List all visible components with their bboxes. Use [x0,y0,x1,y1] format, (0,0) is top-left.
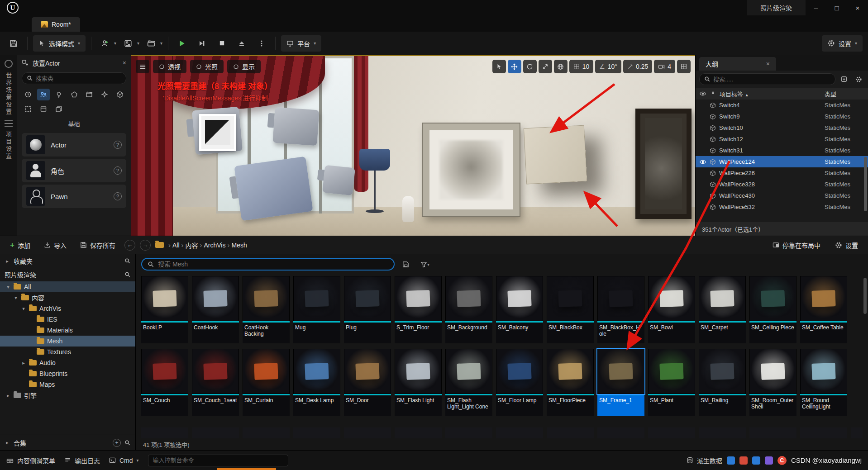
asset-tile[interactable]: SM_Bowl [648,276,695,343]
outliner-row[interactable]: Switch31 StaticMes [696,145,868,156]
save-search-icon[interactable] [399,258,412,271]
scale-snap-control[interactable]: 0.25 [623,60,652,73]
search-icon[interactable] [124,440,131,446]
outliner-row[interactable]: Switch9 StaticMes [696,111,868,122]
asset-tile[interactable]: Mug [293,276,340,343]
folder-tree-item[interactable]: IES [0,314,135,325]
pin-icon[interactable] [710,91,716,97]
breadcrumb-item[interactable]: › 内容 [181,241,198,250]
folder-tree-item[interactable]: ▾ 内容 [0,292,135,303]
dock-in-layout-button[interactable]: 停靠在布局中 [768,238,825,252]
eject-button[interactable] [234,35,250,52]
outliner-row[interactable]: Switch10 StaticMes [696,122,868,133]
outliner-row[interactable]: Switch12 StaticMes [696,133,868,145]
folder-tree-item[interactable]: Mesh [0,336,135,347]
save-button[interactable] [5,35,22,52]
help-icon[interactable]: ? [114,166,122,175]
menu-item[interactable] [101,0,114,15]
rotation-snap-control[interactable]: ∠ 10° [595,60,621,73]
level-tab[interactable]: Room* [32,17,80,32]
asset-tile[interactable]: BookLP [141,276,188,343]
expand-arrow-icon[interactable]: ▸ [21,360,26,366]
close-icon[interactable]: × [123,59,126,66]
asset-tile[interactable]: SM_Frame_1 [597,349,644,416]
rotate-tool-icon[interactable] [523,60,537,73]
asset-tile[interactable]: S_Trim_Floor [395,276,442,343]
outliner-row[interactable]: WallPiece226 StaticMes [696,167,868,179]
folder-tree-item[interactable]: Blueprints [0,368,135,379]
tab-outliner[interactable]: 大纲 × [699,57,776,71]
basic-category-icon[interactable] [37,89,50,100]
minimize-button[interactable]: – [806,0,826,15]
search-icon[interactable] [124,271,131,278]
menu-item[interactable] [63,0,76,15]
folder-tree-item[interactable]: ▸ 引擎 [0,390,135,401]
shapes-category-icon[interactable] [68,89,81,100]
status-tray-icon[interactable] [752,456,760,465]
asset-tile[interactable]: SM_Plant [648,349,695,416]
folder-tree-item[interactable]: ▸ Audio [0,357,135,368]
place-search[interactable] [22,72,126,84]
recent-category-icon[interactable] [22,89,34,100]
help-icon[interactable]: ? [114,141,122,149]
folder-tree-item[interactable]: ▾ ArchVis [0,303,135,314]
collections-section[interactable]: ▸ 合集 + [0,435,135,450]
asset-tile[interactable]: CoatHook Backing [243,276,290,343]
cinematic-category-icon[interactable] [83,89,95,100]
frame-skip-button[interactable] [194,35,210,52]
breadcrumb-item[interactable]: › ArchVis [200,241,226,249]
asset-tile[interactable]: SM_BlackBox [547,276,594,343]
cinematics-button[interactable] [143,35,159,52]
sources-section[interactable]: 照片级渲染 [0,268,135,281]
placeable-actor-item[interactable]: 角色 ? [22,159,126,182]
asset-tile[interactable]: SM_Background [445,276,492,343]
viewport-layout-icon[interactable] [677,60,691,73]
favorites-section[interactable]: ▸ 收藏夹 [0,254,135,268]
asset-tile[interactable]: SM_FloorPiece [547,349,594,416]
secondary-window-title[interactable]: 照片级渲染 [747,0,806,15]
viewport-mode-button[interactable]: 显示 [227,60,261,73]
viewport-mode-button[interactable]: 透视 [153,60,186,73]
asset-tile[interactable]: SM_Coffee Table [800,276,847,343]
search-icon[interactable] [124,258,131,264]
asset-search[interactable] [141,258,395,271]
visual-effects-category-icon[interactable] [98,89,111,100]
tab-world-settings[interactable]: 世界场景设置 [4,72,13,116]
breadcrumb-item[interactable]: › Mesh [227,241,247,249]
outliner-row[interactable]: WallPiece430 StaticMes [696,190,868,201]
cmd-dropdown[interactable]: Cmd ▾ [109,457,139,464]
blueprints-chevron[interactable]: ▾ [137,41,139,46]
breadcrumb-item[interactable]: › All [168,241,180,249]
asset-tile[interactable]: SM_BlackBox_Hole [597,276,644,343]
move-tool-icon[interactable] [508,60,521,73]
menu-item[interactable] [25,0,38,15]
tab-project-settings[interactable]: 项目设置 [4,131,13,160]
maximize-button[interactable]: □ [826,0,847,15]
geometry-category-icon[interactable] [114,89,126,100]
asset-tile[interactable]: SM_Railing [699,349,746,416]
column-item-label[interactable]: 项目标签 ▲ [720,90,749,98]
outliner-row[interactable]: Switch4 StaticMes [696,100,868,111]
visibility-eye-icon[interactable] [699,158,706,166]
expand-arrow-icon[interactable]: ▾ [13,295,19,301]
all-classes-category-icon[interactable] [52,103,65,115]
add-button[interactable]: + 添加 [5,238,35,252]
asset-tile[interactable]: Plug [344,276,391,343]
world-space-icon[interactable] [554,60,568,73]
settings-dropdown[interactable]: 设置 ▾ [822,35,863,52]
asset-tile[interactable]: SM_Flash Light_Light Cone [445,349,492,416]
close-icon[interactable]: × [766,60,770,67]
asset-tile[interactable]: CoatHook [192,276,239,343]
asset-tile[interactable]: SM_Carpet [699,276,746,343]
import-button[interactable]: 导入 [39,238,71,252]
eye-icon[interactable] [699,90,706,97]
add-actor-chevron[interactable]: ▾ [114,41,116,46]
asset-tile[interactable]: SM_Ceiling Piece [749,276,796,343]
asset-tile[interactable]: SM_Flash Light [395,349,442,416]
asset-tile[interactable]: SM_Curtain [243,349,290,416]
filter-icon[interactable]: ▾ [416,258,434,271]
status-tray-icon[interactable] [765,456,773,465]
menu-item[interactable] [76,0,89,15]
asset-tile[interactable]: SM_Couch [141,349,188,416]
asset-tile[interactable]: SM_Room_OuterShell [749,349,796,416]
